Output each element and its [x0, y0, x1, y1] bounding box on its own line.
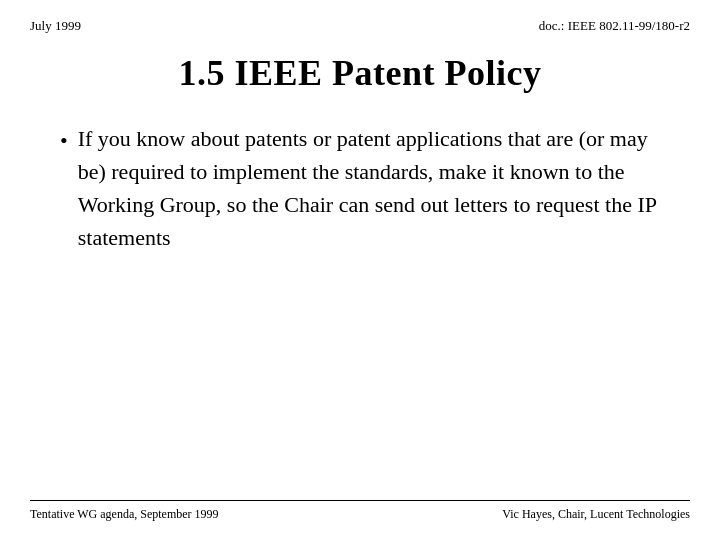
header-doc-ref: doc.: IEEE 802.11-99/180-r2: [539, 18, 690, 34]
bullet-text: If you know about patents or patent appl…: [78, 122, 670, 254]
bullet-item: • If you know about patents or patent ap…: [60, 122, 670, 254]
header-row: July 1999 doc.: IEEE 802.11-99/180-r2: [30, 18, 690, 34]
footer-row: Tentative WG agenda, September 1999 Vic …: [30, 500, 690, 522]
title-section: 1.5 IEEE Patent Policy: [30, 52, 690, 94]
bullet-icon: •: [60, 124, 68, 157]
content-section: • If you know about patents or patent ap…: [30, 122, 690, 500]
header-date: July 1999: [30, 18, 81, 34]
footer-right-text: Vic Hayes, Chair, Lucent Technologies: [502, 507, 690, 522]
footer-left-text: Tentative WG agenda, September 1999: [30, 507, 219, 522]
slide-container: July 1999 doc.: IEEE 802.11-99/180-r2 1.…: [0, 0, 720, 540]
slide-title: 1.5 IEEE Patent Policy: [30, 52, 690, 94]
